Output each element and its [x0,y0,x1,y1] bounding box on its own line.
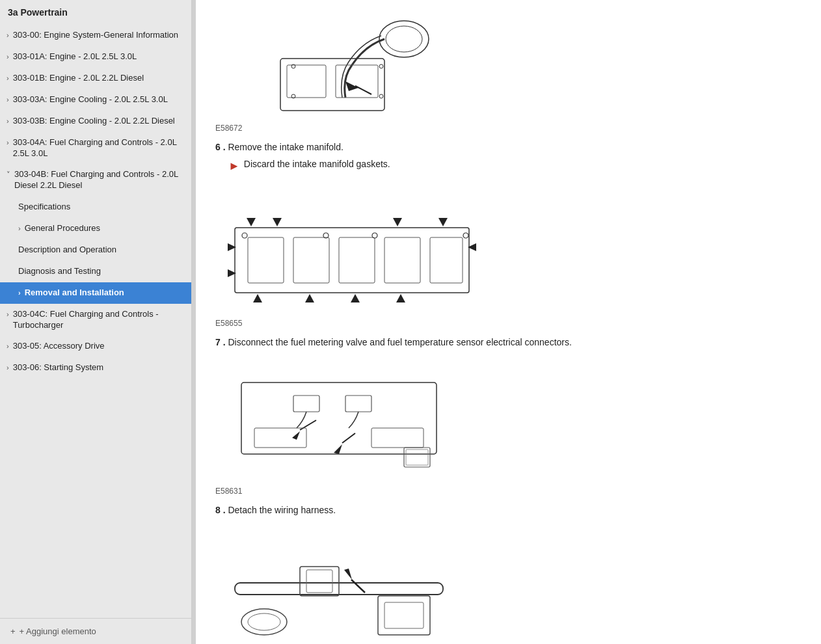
sidebar-item-303-04c[interactable]: ›303-04C: Fuel Charging and Controls - T… [0,304,191,336]
sidebar-item-label: General Procedures [25,223,100,234]
step-7-block: 7 . Disconnect the fuel metering valve a… [215,337,801,347]
chevron-icon: › [7,31,9,40]
chevron-icon: › [7,52,9,61]
sidebar-item-desc-op[interactable]: Description and Operation [0,239,191,261]
diagram-step8: E58831 [215,531,801,644]
sidebar-item-diag-test[interactable]: Diagnosis and Testing [0,261,191,282]
sidebar-item-label: 303-01B: Engine - 2.0L 2.2L Diesel [13,73,144,84]
sidebar-item-303-01b[interactable]: ›303-01B: Engine - 2.0L 2.2L Diesel [0,68,191,89]
plus-icon: + [10,626,16,636]
sidebar-item-label: 303-03B: Engine Cooling - 2.0L 2.2L Dies… [13,116,175,127]
diagram-e58672: E58672 [215,20,801,133]
chevron-icon: › [7,342,9,351]
sidebar-item-303-04b[interactable]: ˅303-04B: Fuel Charging and Controls - 2… [0,164,191,196]
sidebar-item-gen-proc[interactable]: ›General Procedures [0,218,191,239]
sidebar-item-label: Specifications [18,202,70,213]
diagram-e58631-label: E58631 [215,487,801,496]
sidebar-item-label: 303-00: Engine System-General Informatio… [13,30,178,41]
sidebar-item-label: Removal and Installation [25,288,124,299]
step-6-text: 6 . Remove the intake manifold. [215,142,801,152]
sidebar-item-303-04a[interactable]: ›303-04A: Fuel Charging and Controls - 2… [0,132,191,165]
sidebar: 3a Powertrain ›303-00: Engine System-Gen… [0,0,192,644]
chevron-icon: ˅ [7,170,10,179]
step-8-block: 8 . Detach the wiring harness. [215,505,801,515]
warning-arrow-icon: ► [228,159,240,173]
step-6-note: ► Discard the intake manifold gaskets. [228,159,801,173]
chevron-icon: › [7,95,9,104]
chevron-icon: › [7,74,9,83]
add-element-button[interactable]: + + Aggiungi elemento [0,618,191,644]
sidebar-item-label: 303-04A: Fuel Charging and Controls - 2.… [13,137,183,159]
chevron-icon: › [7,310,9,319]
sidebar-item-label: Description and Operation [18,245,116,256]
sidebar-item-303-00[interactable]: ›303-00: Engine System-General Informati… [0,25,191,46]
step-8-text: 8 . Detach the wiring harness. [215,505,801,515]
diagram-e58655-svg [215,189,489,319]
sidebar-top-label: 3a Powertrain [0,0,191,25]
sidebar-item-label: 303-06: Starting System [13,362,103,373]
diagram-e58672-label: E58672 [215,124,801,133]
sidebar-items-container: ›303-00: Engine System-General Informati… [0,25,191,379]
step-7-text: 7 . Disconnect the fuel metering valve a… [215,337,801,347]
diagram-e58655-label: E58655 [215,319,801,328]
chevron-icon: › [18,224,21,233]
chevron-icon: › [7,138,9,147]
sidebar-item-303-06[interactable]: ›303-06: Starting System [0,357,191,379]
sidebar-item-label: 303-03A: Engine Cooling - 2.0L 2.5L 3.0L [13,94,168,105]
chevron-icon: › [7,116,9,126]
sidebar-item-label: 303-05: Accessory Drive [13,341,105,352]
diagram-e58655: E58655 [215,189,801,328]
sidebar-item-specs[interactable]: Specifications [0,196,191,218]
chevron-icon: › [7,363,9,372]
main-content: E58672 6 . Remove the intake manifold. ►… [196,0,821,644]
svg-rect-0 [215,20,463,120]
diagram-e58631: E58631 [215,363,801,496]
sidebar-item-label: 303-04C: Fuel Charging and Controls - Tu… [13,309,183,331]
sidebar-item-303-01a[interactable]: ›303-01A: Engine - 2.0L 2.5L 3.0L [0,46,191,68]
chevron-icon: › [18,288,21,297]
sidebar-item-label: 303-01A: Engine - 2.0L 2.5L 3.0L [13,51,137,62]
sidebar-item-303-03b[interactable]: ›303-03B: Engine Cooling - 2.0L 2.2L Die… [0,111,191,132]
sidebar-item-303-05[interactable]: ›303-05: Accessory Drive [0,336,191,357]
step-6-block: 6 . Remove the intake manifold. ► Discar… [215,142,801,173]
diagram-step8-svg [215,531,463,644]
diagram-e58631-svg [215,363,463,487]
sidebar-item-label: Diagnosis and Testing [18,266,101,277]
sidebar-item-rem-inst[interactable]: ›Removal and Installation [0,282,191,304]
sidebar-item-303-03a[interactable]: ›303-03A: Engine Cooling - 2.0L 2.5L 3.0… [0,89,191,111]
sidebar-item-label: 303-04B: Fuel Charging and Controls - 2.… [14,169,183,191]
diagram-e58672-svg [215,20,463,124]
